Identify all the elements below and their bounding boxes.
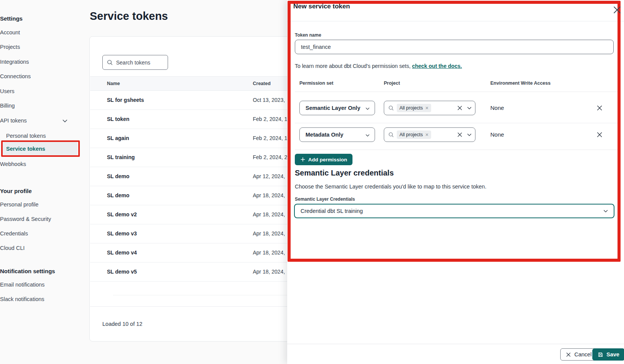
cancel-button[interactable]: Cancel <box>560 348 597 361</box>
permission-set-value: Metadata Only <box>306 132 343 138</box>
project-chip[interactable]: All projects ✕ <box>397 104 431 112</box>
token-created: Apr 18, 2024, <box>253 192 285 198</box>
sidebar-item-cloud-cli[interactable]: Cloud CLI <box>0 245 24 251</box>
sidebar-item-credentials[interactable]: Credentials <box>0 230 28 237</box>
token-created: Feb 2, 2024, 1 <box>253 135 287 141</box>
settings-sidebar: Settings Account Projects Integrations C… <box>0 0 82 364</box>
grid-divider <box>295 123 619 123</box>
token-created: Apr 18, 2024, <box>253 250 285 256</box>
sidebar-item-service-tokens[interactable]: Service tokens <box>6 146 45 152</box>
sidebar-item-email-notifications[interactable]: Email notifications <box>0 282 45 288</box>
add-permission-button[interactable]: Add permission <box>295 154 352 165</box>
token-created: Apr 18, 2024, <box>253 211 285 217</box>
docs-text: To learn more about dbt Cloud's permissi… <box>295 63 412 69</box>
docs-link[interactable]: check out the docs. <box>412 63 462 69</box>
sidebar-item-api-tokens[interactable]: API tokens <box>0 118 76 124</box>
sidebar-item-account[interactable]: Account <box>0 29 20 35</box>
drawer-footer-divider <box>287 344 624 344</box>
page-title: Service tokens <box>90 10 168 23</box>
token-name: SL demo v4 <box>107 250 137 256</box>
sidebar-item-slack-notifications[interactable]: Slack notifications <box>0 296 44 302</box>
token-created: Feb 2, 2024, 2 <box>253 154 287 160</box>
clear-selection-icon[interactable] <box>457 105 463 111</box>
sl-credentials-select[interactable]: Credential dbt SL training <box>294 204 614 218</box>
sidebar-item-billing[interactable]: Billing <box>0 103 15 109</box>
chevron-down-icon[interactable] <box>62 118 68 124</box>
add-permission-label: Add permission <box>308 157 347 163</box>
sidebar-item-projects[interactable]: Projects <box>0 44 20 50</box>
token-name: SL demo <box>107 173 129 179</box>
sidebar-item-webhooks[interactable]: Webhooks <box>0 161 26 167</box>
column-header-env-write: Environment Write Access <box>490 81 551 86</box>
remove-permission-row-icon[interactable] <box>596 105 603 111</box>
sidebar-item-integrations[interactable]: Integrations <box>0 59 29 65</box>
sidebar-item-personal-tokens[interactable]: Personal tokens <box>6 133 46 139</box>
chevron-down-icon <box>603 208 608 214</box>
chevron-down-icon[interactable] <box>467 132 472 137</box>
cancel-label: Cancel <box>574 351 592 358</box>
token-name: SL again <box>107 135 129 141</box>
sidebar-item-connections[interactable]: Connections <box>0 73 31 79</box>
token-name: SL demo v3 <box>107 230 137 237</box>
sidebar-item-password-security[interactable]: Password & Security <box>0 216 51 222</box>
close-icon[interactable] <box>612 5 622 15</box>
search-icon <box>388 132 394 138</box>
save-disk-icon <box>598 352 603 358</box>
sidebar-item-personal-profile[interactable]: Personal profile <box>0 201 39 208</box>
token-name: SL token <box>107 116 129 122</box>
env-write-access-value: None <box>490 131 504 138</box>
token-name-input[interactable] <box>295 40 614 54</box>
search-tokens-box[interactable] <box>102 55 168 70</box>
project-chip-label: All projects <box>399 132 423 137</box>
search-input[interactable] <box>116 60 164 66</box>
token-created: Oct 13, 2023, <box>253 97 285 103</box>
permission-set-select[interactable]: Metadata Only <box>299 127 375 142</box>
save-button[interactable]: Save <box>592 348 624 361</box>
search-icon <box>107 59 113 66</box>
project-chip-label: All projects <box>399 105 423 111</box>
project-multiselect[interactable]: All projects ✕ <box>384 127 475 142</box>
token-created: Apr 18, 2024, <box>253 269 285 275</box>
chevron-down-icon <box>365 132 370 137</box>
permission-set-value: Semantic Layer Only <box>306 105 360 111</box>
sidebar-item-users[interactable]: Users <box>0 88 15 94</box>
search-icon <box>388 105 394 111</box>
token-created: Apr 18, 2024, <box>253 230 285 237</box>
token-name: SL demo v2 <box>107 211 137 217</box>
grid-divider <box>295 92 619 92</box>
token-name: SL training <box>107 154 135 160</box>
save-label: Save <box>606 351 619 358</box>
close-icon <box>566 352 571 358</box>
column-header-created: Created <box>253 81 271 86</box>
column-header-project: Project <box>384 81 400 86</box>
remove-permission-row-icon[interactable] <box>596 131 603 138</box>
docs-helper-text: To learn more about dbt Cloud's permissi… <box>295 63 462 69</box>
token-name: SL demo v5 <box>107 269 137 275</box>
env-write-access-value: None <box>490 105 504 111</box>
api-tokens-label: API tokens <box>0 118 27 124</box>
drawer-title: New service token <box>293 3 350 10</box>
sl-credentials-label: Semantic Layer Credentials <box>295 196 355 202</box>
column-header-name: Name <box>107 81 120 86</box>
drawer-header-divider <box>287 21 624 21</box>
token-created: Feb 2, 2024, 1 <box>253 116 287 122</box>
chip-remove-icon[interactable]: ✕ <box>425 133 428 137</box>
semantic-layer-credentials-heading: Semantic Layer credentials <box>295 169 394 177</box>
sl-credentials-value: Credential dbt SL training <box>301 208 363 214</box>
your-profile-heading: Your profile <box>0 188 32 194</box>
clear-selection-icon[interactable] <box>457 132 463 138</box>
token-created: Apr 12, 2024, <box>253 173 285 179</box>
permission-set-select[interactable]: Semantic Layer Only <box>299 101 375 115</box>
semantic-layer-credentials-description: Choose the Semantic Layer credentials yo… <box>295 184 487 190</box>
chip-remove-icon[interactable]: ✕ <box>425 106 428 110</box>
token-name-label: Token name <box>295 32 321 38</box>
grid-divider <box>295 150 619 150</box>
chevron-down-icon <box>365 106 370 111</box>
token-name: SL for gsheets <box>107 97 144 103</box>
token-name: SL demo <box>107 192 129 198</box>
project-chip[interactable]: All projects ✕ <box>397 130 431 139</box>
column-header-permission-set: Permission set <box>299 81 333 86</box>
project-multiselect[interactable]: All projects ✕ <box>384 101 475 115</box>
chevron-down-icon[interactable] <box>467 105 472 111</box>
new-service-token-drawer: New service token Token name To learn mo… <box>287 0 624 364</box>
